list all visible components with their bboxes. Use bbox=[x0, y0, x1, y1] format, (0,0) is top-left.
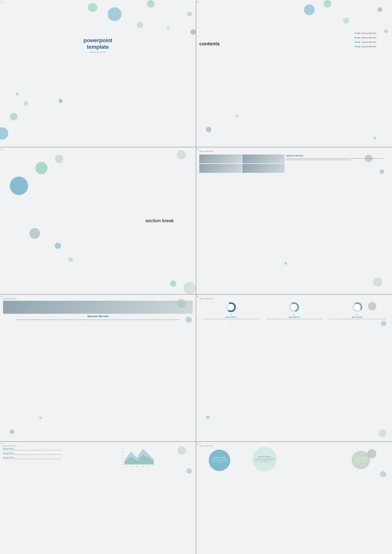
svg-text:1/7/05: 1/7/05 bbox=[136, 466, 138, 467]
chart-1-title: add your title here bbox=[203, 316, 259, 318]
donut-chart-1 bbox=[226, 302, 236, 313]
item-7-1: add your title here title, number etc. c… bbox=[3, 448, 83, 451]
chart-3-text: title, number etc. can be changed by cli… bbox=[329, 318, 386, 321]
item-7-2-text: title, number etc. can be changed by cli… bbox=[3, 454, 83, 455]
slide-grid: 1 powerpoint template presented by jane … bbox=[0, 0, 392, 554]
chart-1: ≫ add your title here title, number etc.… bbox=[203, 302, 259, 321]
slide-5-text: title, number etc. can be changed by cli… bbox=[3, 319, 193, 321]
list-item-3: 03 add add your title here bbox=[355, 41, 376, 43]
svg-text:20: 20 bbox=[122, 464, 123, 465]
item-7-3: add your title here title, number etc. c… bbox=[3, 457, 83, 460]
image-placeholder-2 bbox=[242, 154, 285, 163]
slide-5-image bbox=[3, 301, 193, 314]
item-7-3-title: add your title here bbox=[3, 457, 83, 458]
list-item-2: 02 add add your title here bbox=[355, 37, 376, 39]
donut-chart-2 bbox=[289, 302, 299, 313]
slide-1-subtitle: presented by jane doe bbox=[3, 51, 193, 53]
list-item-4: 04 add add your title here bbox=[355, 46, 376, 48]
line-chart: 120 100 80 60 40 20 bbox=[84, 448, 193, 468]
slide-5-title: add your title here bbox=[3, 315, 193, 318]
bubble-8-3: ADD YOUR TITLE HERE title, number etc. c… bbox=[352, 451, 370, 469]
svg-text:1/4/02: 1/4/02 bbox=[130, 466, 133, 467]
list-item-1: 01 add add your title here bbox=[355, 32, 376, 34]
svg-text:1/9/12: 1/9/12 bbox=[147, 466, 150, 467]
item-7-2-title: add your title here bbox=[3, 452, 83, 454]
chart-2-title: add your title here bbox=[266, 316, 322, 318]
slide-number-3: 3 bbox=[1, 148, 2, 150]
item-7-1-text: title, number etc. can be changed by cli… bbox=[3, 449, 83, 451]
slide-8-header: add your title here bbox=[199, 445, 389, 447]
slide-3: 3 section break bbox=[0, 147, 196, 294]
slide-number-7: 7 bbox=[1, 443, 2, 445]
svg-text:100: 100 bbox=[122, 451, 124, 453]
svg-point-2 bbox=[228, 304, 233, 310]
image-placeholder-3 bbox=[199, 164, 242, 173]
slide-7: 7 add your title here add your title her… bbox=[0, 442, 196, 554]
bubble-8-1: ADD YOUR TITLE HERE Title, number etc. c… bbox=[209, 450, 230, 471]
svg-point-5 bbox=[291, 304, 297, 310]
chart-2-text: title, number etc. can be changed by cli… bbox=[266, 318, 322, 321]
chevron-3: ≫ bbox=[329, 314, 386, 316]
svg-text:120: 120 bbox=[122, 449, 124, 450]
slide-number-1: 1 bbox=[1, 1, 2, 3]
slide-number-6: 6 bbox=[197, 295, 198, 297]
slide-7-content: add your title here title, number etc. c… bbox=[3, 448, 193, 468]
svg-text:1/8/08: 1/8/08 bbox=[141, 466, 144, 467]
chevron-2: ≫ bbox=[266, 314, 322, 316]
slide-6-charts: ≫ add your title here title, number etc.… bbox=[199, 302, 389, 321]
section-break-text: section break bbox=[145, 218, 174, 223]
chart-3: ≫ add your title here title, number etc.… bbox=[329, 302, 386, 321]
donut-chart-3 bbox=[352, 302, 363, 313]
slide-number-4: 4 bbox=[197, 148, 198, 150]
slide-number-5: 5 bbox=[1, 295, 2, 297]
slide-8: 8 add your title here ADD YOUR TITLE HER… bbox=[196, 442, 392, 554]
slide-4: 4 add your title here add your title her… bbox=[196, 147, 392, 294]
slide-6-header: add your title here bbox=[199, 298, 389, 300]
slide-7-left: add your title here title, number etc. c… bbox=[3, 448, 83, 468]
item-7-2: add your title here title, number etc. c… bbox=[3, 452, 83, 455]
image-placeholder-1 bbox=[199, 154, 242, 163]
svg-text:60: 60 bbox=[122, 458, 123, 459]
svg-text:40: 40 bbox=[122, 461, 123, 462]
slide-4-images bbox=[199, 154, 285, 173]
chevron-1: ≫ bbox=[203, 314, 259, 316]
slide-number-2: 2 bbox=[197, 1, 198, 3]
chart-1-text: title, number etc. can be changed by cli… bbox=[203, 318, 259, 321]
image-placeholder-4 bbox=[242, 164, 285, 173]
item-7-1-title: add your title here bbox=[3, 448, 83, 449]
slide-2-list: 01 add add your title here 02 add add yo… bbox=[355, 32, 376, 50]
svg-point-8 bbox=[355, 304, 360, 310]
slide-7-chart: 120 100 80 60 40 20 bbox=[84, 448, 193, 468]
slide-number-8: 8 bbox=[197, 443, 198, 445]
slide-3-section: section break bbox=[3, 150, 193, 291]
slide-5: 5 add your title here add your title her… bbox=[0, 295, 196, 442]
svg-text:80: 80 bbox=[122, 455, 123, 456]
bubble-8-2: ADD YOUR TITLE HERE title, number etc. c… bbox=[252, 447, 277, 471]
svg-text:1/1/01: 1/1/01 bbox=[124, 466, 127, 467]
slide-4-header: add your title here bbox=[199, 150, 389, 152]
slide-6: 6 add your title here ≫ add your title h… bbox=[196, 295, 392, 442]
slide-1: 1 powerpoint template presented by jane … bbox=[0, 0, 196, 147]
slide-2: 2 contents 01 add add your title here 02… bbox=[196, 0, 392, 147]
slide-5-header: add your title here bbox=[3, 298, 193, 300]
item-7-3-text: title, number etc. can be changed by cli… bbox=[3, 458, 83, 460]
slide-1-title: powerpoint template bbox=[3, 37, 193, 50]
slide-7-header: add your title here bbox=[3, 445, 193, 447]
slide-8-bubbles: ADD YOUR TITLE HERE Title, number etc. c… bbox=[199, 448, 389, 474]
chart-2: ≫ add your title here title, number etc.… bbox=[266, 302, 322, 321]
chart-3-title: add your title here bbox=[329, 316, 386, 318]
